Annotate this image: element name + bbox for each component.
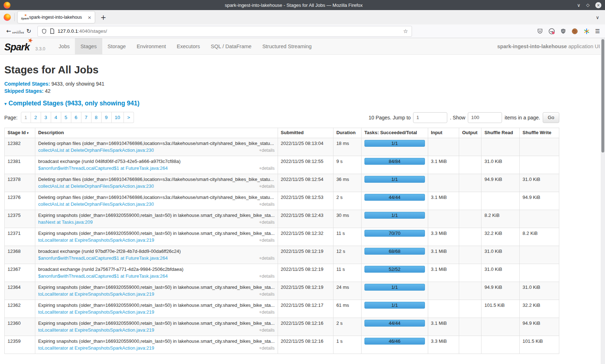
page-button-next[interactable]: > — [124, 112, 134, 123]
stage-description: Expiring snapshots (older_than=166932055… — [38, 230, 275, 237]
shield-icon[interactable] — [41, 28, 47, 34]
address-bar[interactable]: 127.0.0.1:4040/stages/ ☆ — [37, 26, 412, 37]
details-toggle[interactable]: +details — [259, 309, 274, 316]
duration-cell: 36 ms — [333, 174, 361, 192]
output-cell — [459, 174, 481, 192]
nav-item-executors[interactable]: Executors — [171, 38, 205, 54]
details-toggle[interactable]: +details — [259, 237, 274, 244]
nav-item-storage[interactable]: Storage — [102, 38, 131, 54]
col-submitted[interactable]: Submitted — [278, 128, 333, 138]
details-toggle[interactable]: +details — [259, 147, 274, 154]
stage-detail-link[interactable]: toLocalIterator at ExpireSnapshotsSparkA… — [38, 237, 154, 244]
details-toggle[interactable]: +details — [259, 183, 274, 190]
details-toggle[interactable]: +details — [259, 255, 274, 262]
page-button-6[interactable]: 6 — [71, 112, 81, 123]
pocket-icon[interactable] — [537, 28, 543, 34]
shuffle-write-cell — [520, 156, 559, 174]
url-text: 127.0.0.1:4040/stages/ — [58, 28, 107, 34]
details-toggle[interactable]: +details — [259, 345, 274, 352]
col-duration[interactable]: Duration — [333, 128, 361, 138]
completed-stages-section-header[interactable]: ▾Completed Stages (9433, only showing 94… — [4, 100, 559, 107]
stage-id-cell: 12371 — [5, 228, 35, 246]
col-input[interactable]: Input — [428, 128, 459, 138]
stage-detail-link[interactable]: $anonfun$withThreadLocalCaptured$1 at Fu… — [38, 273, 168, 279]
ublock-origin-icon[interactable]: uO — [560, 28, 566, 34]
stage-detail-link[interactable]: toLocalIterator at ExpireSnapshotsSparkA… — [38, 327, 154, 333]
bookmark-star-icon[interactable]: ☆ — [403, 28, 408, 35]
completed-stages-link[interactable]: Completed Stages: — [4, 81, 50, 87]
list-all-tabs-icon[interactable]: ∨ — [596, 15, 599, 20]
page-button-2[interactable]: 2 — [31, 112, 41, 123]
output-cell — [459, 264, 481, 282]
stage-id-cell: 12364 — [5, 282, 35, 300]
page-button-8[interactable]: 8 — [91, 112, 102, 123]
stage-description: Expiring snapshots (older_than=166932055… — [38, 212, 275, 219]
col-description[interactable]: Description — [35, 128, 278, 138]
nav-item-jobs[interactable]: Jobs — [53, 38, 75, 54]
close-icon[interactable]: × — [595, 2, 601, 8]
reload-button[interactable]: ↻ — [24, 28, 34, 35]
minimize-icon[interactable]: ∨ — [577, 3, 581, 8]
tasks-progress-bar: 44/44 — [364, 194, 425, 201]
submitted-cell: 2022/11/25 08:12:54 — [278, 174, 333, 192]
cookie-extension-icon[interactable] — [572, 28, 578, 35]
stage-detail-link[interactable]: hasNext at Tasks.java:209 — [38, 219, 93, 226]
stage-detail-link[interactable]: $anonfun$withThreadLocalCaptured$1 at Fu… — [38, 255, 168, 261]
col-shuffle-write[interactable]: Shuffle Write — [520, 128, 559, 138]
nav-item-sql-dataframe[interactable]: SQL / DataFrame — [205, 38, 257, 54]
output-cell — [459, 246, 481, 264]
stage-detail-link[interactable]: collectAsList at DeleteOrphanFilesSparkA… — [38, 147, 154, 154]
col-tasks[interactable]: Tasks: Succeeded/Total — [361, 128, 428, 138]
stage-detail-link[interactable]: $anonfun$withThreadLocalCaptured$1 at Fu… — [38, 165, 168, 172]
spark-logo[interactable]: APACHE Spark ★ 3.3.0 — [4, 38, 45, 54]
page-button-4[interactable]: 4 — [51, 112, 61, 123]
spark-navbar: APACHE Spark ★ 3.3.0 Jobs Stages Storage… — [0, 38, 605, 55]
go-button[interactable]: Go — [543, 112, 559, 123]
description-cell: Expiring snapshots (older_than=166932055… — [35, 300, 278, 318]
scrollbar-thumb[interactable] — [601, 39, 604, 153]
new-tab-button[interactable]: + — [100, 13, 106, 21]
details-toggle[interactable]: +details — [259, 327, 274, 334]
jump-to-page-input[interactable] — [413, 112, 447, 123]
stage-detail-link[interactable]: toLocalIterator at ExpireSnapshotsSparkA… — [38, 309, 154, 315]
page-button-5[interactable]: 5 — [61, 112, 71, 123]
page-button-7[interactable]: 7 — [81, 112, 91, 123]
menu-icon[interactable]: ☰ — [595, 28, 600, 35]
addon-asterisk-icon[interactable] — [583, 28, 590, 35]
items-per-page-input[interactable] — [468, 112, 502, 123]
page-button-3[interactable]: 3 — [41, 112, 51, 123]
sort-desc-icon: ▾ — [27, 131, 29, 135]
nav-item-stages[interactable]: Stages — [75, 38, 102, 54]
page-info-icon[interactable] — [50, 28, 54, 34]
page-button-9[interactable]: 9 — [102, 112, 112, 123]
tab-close-icon[interactable]: × — [88, 15, 91, 20]
details-toggle[interactable]: +details — [259, 291, 274, 298]
skipped-stages-link[interactable]: Skipped Stages: — [4, 88, 44, 94]
details-toggle[interactable]: +details — [259, 201, 274, 208]
stage-detail-link[interactable]: toLocalIterator at ExpireSnapshotsSparkA… — [38, 291, 154, 297]
scrollbar-track[interactable] — [601, 38, 605, 364]
details-toggle[interactable]: +details — [259, 165, 274, 172]
details-toggle[interactable]: +details — [259, 219, 274, 226]
page-button-1[interactable]: 1 — [21, 112, 31, 123]
maximize-icon[interactable]: ◇ — [586, 3, 590, 8]
duration-cell: 12 s — [333, 246, 361, 264]
nav-item-environment[interactable]: Environment — [131, 38, 171, 54]
shuffle-write-cell: 32.2 KiB — [520, 300, 559, 318]
duration-cell: 9 s — [333, 156, 361, 174]
account-icon[interactable] — [548, 28, 555, 35]
col-shuffle-read[interactable]: Shuffle Read — [481, 128, 520, 138]
page-button-10[interactable]: 10 — [112, 112, 124, 123]
nav-items: Jobs Stages Storage Environment Executor… — [53, 38, 317, 54]
browser-tab[interactable]: ★ Spark spark-ingest-into-lakehous × — [18, 12, 95, 23]
stage-detail-link[interactable]: collectAsList at DeleteOrphanFilesSparkA… — [38, 183, 154, 190]
stage-detail-link[interactable]: collectAsList at DeleteOrphanFilesSparkA… — [38, 201, 154, 208]
window-titlebar: spark-ingest-into-lakehouse - Stages for… — [0, 0, 605, 10]
nav-item-structured-streaming[interactable]: Structured Streaming — [257, 38, 317, 54]
col-stage-id[interactable]: Stage Id▾ — [5, 128, 35, 138]
details-toggle[interactable]: +details — [259, 273, 274, 280]
col-output[interactable]: Output — [459, 128, 481, 138]
spark-logo-text: Spark — [4, 42, 30, 53]
spark-favicon: ★ Spark — [21, 14, 27, 20]
stage-detail-link[interactable]: toLocalIterator at ExpireSnapshotsSparkA… — [38, 345, 154, 351]
